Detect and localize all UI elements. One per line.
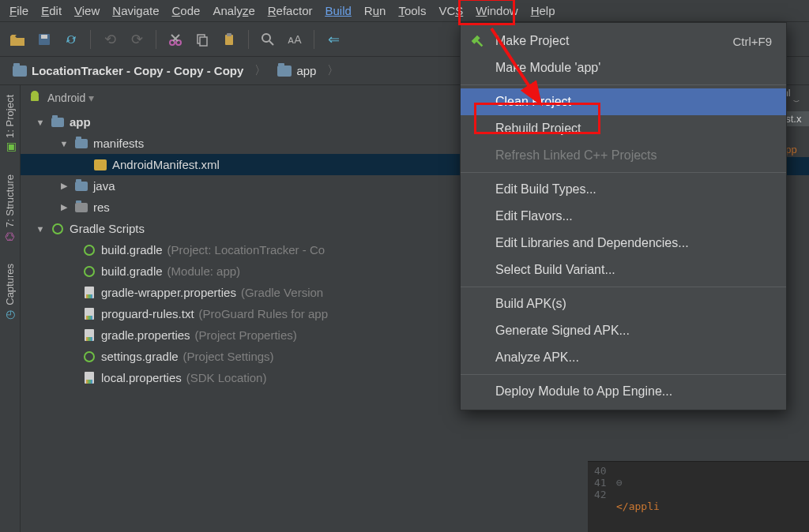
menu-help[interactable]: Help xyxy=(525,2,562,19)
gradle-icon xyxy=(52,223,63,234)
svg-rect-1 xyxy=(41,35,47,39)
open-icon[interactable] xyxy=(6,28,28,51)
chevron-down-icon: ▼ xyxy=(35,118,46,127)
menu-edit[interactable]: Edit xyxy=(35,2,68,19)
menu-refactor[interactable]: Refactor xyxy=(262,2,319,19)
cut-icon[interactable] xyxy=(164,28,186,51)
svg-rect-7 xyxy=(227,33,231,36)
gradle-icon xyxy=(84,245,95,256)
back-icon[interactable]: ⇐ xyxy=(322,28,344,51)
menu-tools[interactable]: Tools xyxy=(392,2,432,19)
menu-view[interactable]: View xyxy=(68,2,106,19)
chevron-right-icon: ▶ xyxy=(58,202,70,212)
chevron-down-icon: ▼ xyxy=(35,224,46,234)
menu-run[interactable]: Run xyxy=(358,2,393,19)
sync-icon[interactable] xyxy=(60,28,82,51)
menu-item-rebuild-project[interactable]: Rebuild Project xyxy=(461,115,786,142)
sidebar-tab-project[interactable]: ▣1: Project xyxy=(2,92,17,157)
breadcrumb-root-label: LocationTracker - Copy - Copy - Copy xyxy=(32,64,243,77)
replace-icon[interactable]: ᴀA xyxy=(284,28,306,51)
menu-separator xyxy=(461,287,786,287)
sidebar-tab-captures[interactable]: ◷Captures xyxy=(2,260,17,324)
undo-icon[interactable]: ⟲ xyxy=(99,28,121,51)
svg-rect-9 xyxy=(31,96,39,101)
properties-file-icon xyxy=(85,329,94,341)
properties-file-icon xyxy=(85,308,94,320)
menu-item-generate-signed-apk[interactable]: Generate Signed APK... xyxy=(461,317,786,344)
menu-item-analyze-apk[interactable]: Analyze APK... xyxy=(461,344,786,371)
svg-point-8 xyxy=(262,34,270,42)
menu-navigate[interactable]: Navigate xyxy=(106,2,165,19)
hammer-icon xyxy=(468,32,486,53)
folder-icon xyxy=(13,66,27,77)
menu-window[interactable]: Window xyxy=(469,2,524,19)
svg-rect-5 xyxy=(200,37,207,46)
breadcrumb-app-label: app xyxy=(296,64,316,77)
copy-icon[interactable] xyxy=(191,28,213,51)
menu-code[interactable]: Code xyxy=(166,2,207,19)
chevron-down-icon: ▼ xyxy=(58,139,70,148)
menu-bar: FileEditViewNavigateCodeAnalyzeRefactorB… xyxy=(0,0,809,22)
android-icon xyxy=(28,90,41,105)
chevron-right-icon: ▶ xyxy=(58,181,70,191)
menu-item-refresh-linked-c-projects: Refresh Linked C++ Projects xyxy=(461,142,786,169)
menu-item-clean-project[interactable]: Clean Project xyxy=(461,88,786,115)
properties-file-icon xyxy=(85,372,94,384)
tool-window-tabs: ▣1: Project ⌬7: Structure ◷Captures xyxy=(0,85,21,532)
chevron-right-icon: 〉 xyxy=(251,63,269,78)
folder-icon xyxy=(277,66,292,77)
gradle-icon xyxy=(84,351,95,362)
sidebar-tab-structure[interactable]: ⌬7: Structure xyxy=(2,171,17,246)
menu-file[interactable]: File xyxy=(3,2,35,19)
paste-icon[interactable] xyxy=(218,28,240,51)
editor-area: 40 41⊖ 42 </appli xyxy=(588,461,809,532)
menu-item-make-project[interactable]: Make ProjectCtrl+F9 xyxy=(461,28,786,54)
breadcrumb-root[interactable]: LocationTracker - Copy - Copy - Copy xyxy=(5,62,251,79)
gradle-icon xyxy=(84,266,95,277)
chevron-right-icon: 〉 xyxy=(324,63,342,78)
xml-file-icon xyxy=(94,159,107,170)
find-icon[interactable] xyxy=(257,28,279,51)
menu-vcs[interactable]: VCS xyxy=(432,2,469,19)
properties-file-icon xyxy=(85,287,94,298)
menu-build[interactable]: Build xyxy=(318,2,357,19)
menu-item-select-build-variant[interactable]: Select Build Variant... xyxy=(461,257,786,283)
build-menu-dropdown: Make ProjectCtrl+F9Make Module 'app'Clea… xyxy=(460,22,787,410)
menu-item-make-module-app[interactable]: Make Module 'app' xyxy=(461,54,786,81)
menu-separator xyxy=(461,374,786,375)
menu-separator xyxy=(461,84,786,85)
menu-separator xyxy=(461,172,786,173)
redo-icon[interactable]: ⟳ xyxy=(126,28,148,51)
menu-item-deploy-module-to-app-engine[interactable]: Deploy Module to App Engine... xyxy=(461,378,786,405)
menu-item-edit-flavors[interactable]: Edit Flavors... xyxy=(461,203,786,230)
menu-analyze[interactable]: Analyze xyxy=(206,2,261,19)
save-icon[interactable] xyxy=(33,28,55,51)
menu-item-build-apk-s[interactable]: Build APK(s) xyxy=(461,290,786,317)
menu-item-edit-libraries-and-dependencies[interactable]: Edit Libraries and Dependencies... xyxy=(461,230,786,257)
menu-item-edit-build-types[interactable]: Edit Build Types... xyxy=(461,176,786,203)
breadcrumb-app[interactable]: app xyxy=(269,62,324,79)
